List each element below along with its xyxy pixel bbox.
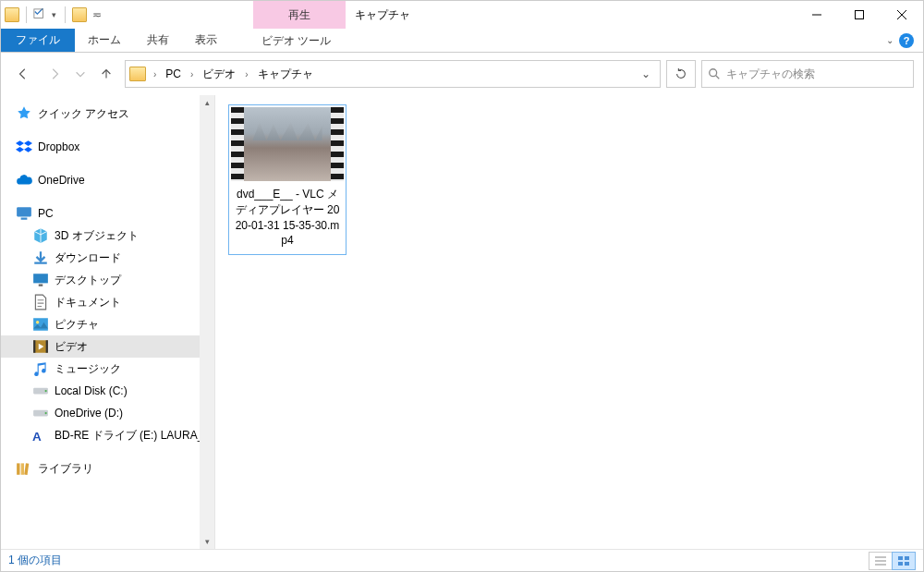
tab-file[interactable]: ファイル <box>1 29 75 52</box>
svg-rect-28 <box>905 556 909 560</box>
library-icon <box>16 460 32 477</box>
desktop-icon <box>32 272 49 288</box>
address-dropdown-icon[interactable]: ⌄ <box>636 67 656 80</box>
scroll-down-icon[interactable]: ▾ <box>200 534 214 549</box>
svg-rect-11 <box>33 318 48 331</box>
tab-view[interactable]: 表示 <box>182 29 230 52</box>
scrollbar-track[interactable] <box>200 95 214 549</box>
tree-libraries[interactable]: ライブラリ <box>1 457 214 480</box>
maximize-button[interactable] <box>838 1 881 29</box>
pc-icon <box>16 205 32 222</box>
details-view-button[interactable] <box>869 552 893 570</box>
address-bar[interactable]: › PC › ビデオ › キャプチャ ⌄ <box>125 60 661 88</box>
tree-dropbox[interactable]: Dropbox <box>1 136 214 158</box>
close-button[interactable] <box>881 1 923 29</box>
status-bar: 1 個の項目 <box>1 549 923 571</box>
file-item[interactable]: dvd___E__ - VLC メディアプレイヤー 2020-01-31 15-… <box>228 104 346 255</box>
disk-icon <box>32 383 49 399</box>
disk-icon <box>32 405 49 421</box>
qat-overflow-icon[interactable]: ≂ <box>91 8 102 21</box>
tab-share[interactable]: 共有 <box>134 29 182 52</box>
folder-icon <box>129 67 146 81</box>
music-icon <box>32 360 49 377</box>
title-bar: ▾ ≂ 再生 キャプチャ <box>1 1 923 29</box>
document-icon <box>32 294 49 310</box>
svg-point-19 <box>45 412 47 414</box>
folder-icon <box>5 7 19 22</box>
refresh-button[interactable] <box>666 60 696 88</box>
tree-music[interactable]: ミュージック <box>1 358 214 380</box>
download-icon <box>32 249 49 266</box>
picture-icon <box>32 316 49 333</box>
svg-rect-23 <box>24 463 29 475</box>
search-icon <box>708 67 721 80</box>
video-thumbnail <box>231 107 344 181</box>
file-name-label: dvd___E__ - VLC メディアプレイヤー 2020-01-31 15-… <box>231 181 344 252</box>
file-list-area[interactable]: dvd___E__ - VLC メディアプレイヤー 2020-01-31 15-… <box>215 95 923 549</box>
separator <box>26 6 27 23</box>
tree-downloads[interactable]: ダウンロード <box>1 247 214 269</box>
chevron-right-icon[interactable]: › <box>152 61 158 87</box>
tree-onedrive[interactable]: OneDrive <box>1 169 214 191</box>
forward-button[interactable] <box>42 61 67 87</box>
dropbox-icon <box>16 139 32 155</box>
svg-rect-21 <box>17 463 19 474</box>
window-controls <box>796 1 923 29</box>
explorer-body: ▴ ▾ クイック アクセス Dropbox OneDrive PC 3D オブジ… <box>1 95 923 549</box>
svg-rect-7 <box>17 207 31 216</box>
tree-local-disk-c[interactable]: Local Disk (C:) <box>1 380 214 402</box>
svg-point-12 <box>36 321 39 323</box>
svg-point-5 <box>710 69 717 77</box>
tree-quick-access[interactable]: クイック アクセス <box>1 103 214 125</box>
recent-dropdown-icon[interactable] <box>73 61 88 87</box>
search-box[interactable] <box>701 60 914 88</box>
search-input[interactable] <box>726 67 907 80</box>
item-count: 1 個の項目 <box>8 553 62 568</box>
scroll-up-icon[interactable]: ▴ <box>200 95 214 110</box>
ribbon-tabs: ファイル ホーム 共有 表示 ビデオ ツール ⌄ ? <box>1 29 923 53</box>
svg-rect-22 <box>21 463 24 474</box>
tree-bdre-drive-e[interactable]: ABD-RE ドライブ (E:) LAURA_RE <box>1 424 214 446</box>
context-tab-play: 再生 <box>253 1 346 29</box>
navigation-pane[interactable]: ▴ ▾ クイック アクセス Dropbox OneDrive PC 3D オブジ… <box>1 95 215 549</box>
svg-rect-27 <box>898 556 903 560</box>
breadcrumb-pc[interactable]: PC <box>160 61 187 87</box>
tree-desktop[interactable]: デスクトップ <box>1 269 214 291</box>
tree-videos[interactable]: ビデオ <box>1 335 214 358</box>
breadcrumb-capture[interactable]: キャプチャ <box>252 61 319 87</box>
chevron-right-icon[interactable]: › <box>243 61 249 87</box>
tree-3d-objects[interactable]: 3D オブジェクト <box>1 225 214 247</box>
folder-icon <box>72 7 87 22</box>
minimize-button[interactable] <box>796 1 838 29</box>
back-button[interactable] <box>10 61 36 87</box>
svg-rect-30 <box>905 562 909 566</box>
svg-rect-9 <box>33 274 48 283</box>
window-title: キャプチャ <box>346 1 796 29</box>
svg-rect-2 <box>856 11 864 19</box>
tree-documents[interactable]: ドキュメント <box>1 291 214 313</box>
disc-drive-icon: A <box>32 427 49 444</box>
svg-rect-14 <box>33 340 35 353</box>
svg-point-17 <box>45 390 47 392</box>
chevron-right-icon[interactable]: › <box>188 61 195 87</box>
tab-home[interactable]: ホーム <box>75 29 134 52</box>
tree-pc[interactable]: PC <box>1 202 214 225</box>
svg-line-6 <box>716 76 720 79</box>
tree-onedrive-d[interactable]: OneDrive (D:) <box>1 402 214 424</box>
qat-dropdown-icon[interactable]: ▾ <box>50 10 58 19</box>
qat-properties-icon[interactable] <box>33 8 46 21</box>
up-button[interactable] <box>93 61 119 87</box>
separator <box>65 6 66 23</box>
tree-pictures[interactable]: ピクチャ <box>1 313 214 335</box>
view-switcher <box>869 552 916 570</box>
icons-view-button[interactable] <box>892 552 916 570</box>
ribbon-expand-icon[interactable]: ⌄ <box>886 35 894 45</box>
svg-rect-15 <box>46 340 48 353</box>
help-icon[interactable]: ? <box>899 33 914 48</box>
cloud-icon <box>16 172 32 189</box>
svg-rect-10 <box>39 285 43 286</box>
svg-text:A: A <box>32 430 42 444</box>
quick-access-toolbar: ▾ ≂ <box>1 1 105 29</box>
breadcrumb-video[interactable]: ビデオ <box>197 61 241 87</box>
tab-video-tools[interactable]: ビデオ ツール <box>247 29 346 52</box>
